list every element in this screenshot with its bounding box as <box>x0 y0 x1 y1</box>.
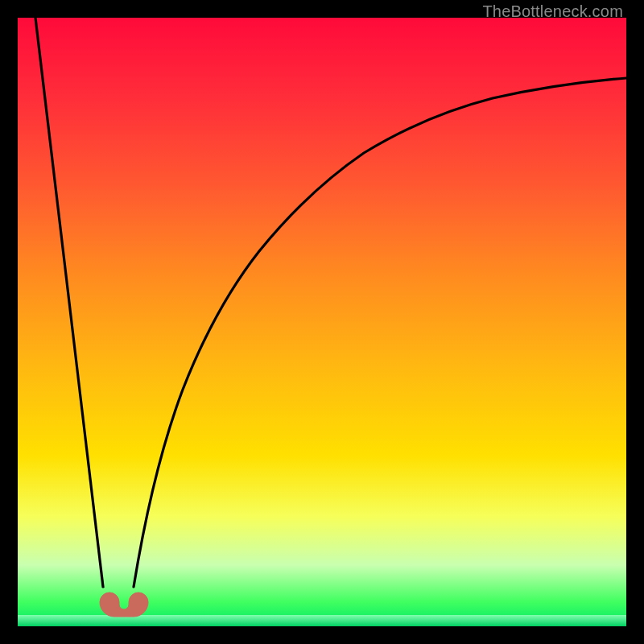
chart-frame: TheBottleneck.com <box>0 0 644 644</box>
curve-left-line <box>35 18 103 587</box>
plot-area <box>18 18 626 626</box>
curve-right <box>134 78 626 587</box>
min-marker-icon <box>100 592 148 617</box>
chart-svg <box>18 18 626 626</box>
